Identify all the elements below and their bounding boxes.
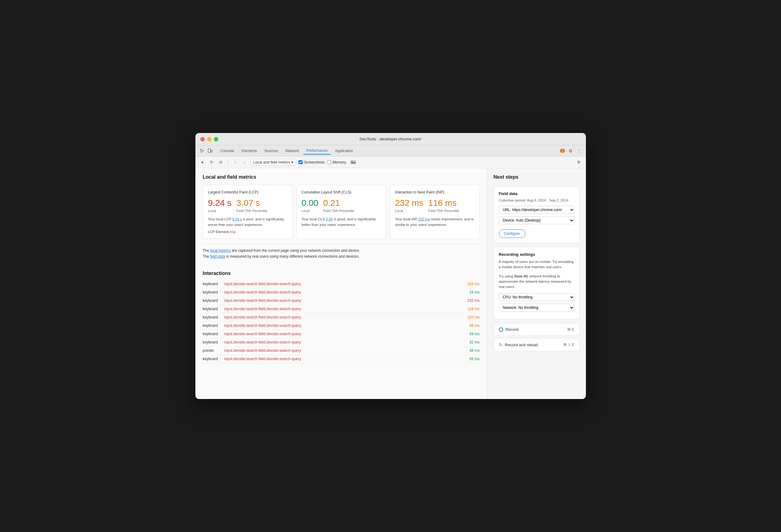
field-data-link[interactable]: field data xyxy=(210,254,225,259)
collection-period: Collection period: Aug 6, 2024 - Sep 2, … xyxy=(499,198,574,202)
interaction-link-4[interactable]: input.devsite-search-field.devsite-searc… xyxy=(224,315,463,319)
field-data-card: Field data Collection period: Aug 6, 202… xyxy=(494,186,580,243)
device-select[interactable]: Device: Auto (Desktop) xyxy=(499,216,574,224)
record-button[interactable]: ● xyxy=(199,159,206,166)
lcp-card: Largest Contentful Paint (LCP) 9.24 s Lo… xyxy=(203,185,293,239)
url-select-row: URL: https://developer.chrome.com/ xyxy=(499,206,574,214)
screenshots-label[interactable]: Screenshots xyxy=(304,160,325,165)
lcp-field: 3.07 s Field 75th Percentile xyxy=(237,198,267,213)
interaction-row: keyboard input.devsite-search-field.devs… xyxy=(203,330,480,338)
interaction-time-0: 104 ms xyxy=(467,282,480,286)
lcp-local: 9.24 s Local xyxy=(208,198,232,213)
interaction-link-0[interactable]: input.devsite-search-field.devsite-searc… xyxy=(224,282,463,286)
field-data-title: Field data xyxy=(499,191,574,196)
interaction-time-2: 232 ms xyxy=(467,298,480,303)
cls-title: Cumulative Layout Shift (CLS) xyxy=(301,190,381,194)
memory-checkbox[interactable] xyxy=(327,160,331,164)
settings-icon[interactable]: ⚙ xyxy=(568,148,574,154)
local-metrics-link[interactable]: local metrics xyxy=(210,249,231,253)
tab-console[interactable]: Console xyxy=(218,147,237,154)
interaction-link-7[interactable]: input.devsite-search-field.devsite-searc… xyxy=(224,340,464,344)
inp-card: Interaction to Next Paint (INP) 232 ms L… xyxy=(390,185,480,239)
interaction-row: keyboard input.devsite-search-field.devs… xyxy=(203,305,480,313)
info-text: The local metrics are captured from the … xyxy=(203,244,480,263)
interaction-time-3: 128 ms xyxy=(467,307,480,311)
traffic-lights xyxy=(200,137,218,141)
screenshots-checkbox[interactable] xyxy=(298,160,302,164)
record-section[interactable]: Record ⌘ E xyxy=(494,323,580,336)
toolbar-right: ⚙ xyxy=(575,159,582,166)
cls-field-label: Field 75th Percentile xyxy=(323,209,354,213)
record-reload-section[interactable]: ↻ Record and reload ⌘ ⇧ E xyxy=(494,338,580,351)
upload-button[interactable]: ↑ xyxy=(232,159,239,166)
interaction-time-9: 56 ms xyxy=(469,357,480,361)
inp-title: Interaction to Next Paint (INP) xyxy=(395,190,475,194)
minimize-button[interactable] xyxy=(207,137,211,141)
interaction-type-6: keyboard xyxy=(203,332,224,336)
inp-local: 232 ms Local xyxy=(395,198,423,213)
separator-1 xyxy=(228,160,229,165)
lcp-local-value: 9.24 s xyxy=(208,198,232,208)
inp-desc: Your local INP 232 ms needs improvement,… xyxy=(395,217,475,227)
tab-network[interactable]: Network xyxy=(282,147,302,154)
url-select[interactable]: URL: https://developer.chrome.com/ xyxy=(499,206,574,214)
refresh-button[interactable]: ↻ xyxy=(208,159,215,166)
interaction-link-5[interactable]: input.devsite-search-field.devsite-searc… xyxy=(224,323,464,328)
clear-button[interactable]: ⊘ xyxy=(218,159,224,166)
memory-extra-icon[interactable] xyxy=(350,159,357,166)
network-throttle-select[interactable]: Network: No throttling xyxy=(499,304,574,312)
tab-performance[interactable]: Performance xyxy=(303,147,331,154)
interaction-type-2: keyboard xyxy=(203,298,224,303)
record-left: Record xyxy=(499,327,519,332)
interaction-time-7: 32 ms xyxy=(469,340,480,344)
record-reload-left: ↻ Record and reload xyxy=(499,342,538,347)
cls-local-label: Local xyxy=(301,209,319,213)
memory-label[interactable]: Memory xyxy=(333,160,346,165)
interaction-link-3[interactable]: input.devsite-search-field.devsite-searc… xyxy=(224,307,463,311)
record-reload-label: Record and reload xyxy=(505,343,538,347)
lcp-values: 9.24 s Local 3.07 s Field 75th Percentil… xyxy=(208,198,287,213)
interaction-time-1: 16 ms xyxy=(469,290,480,295)
interaction-row: keyboard input.devsite-search-field.devs… xyxy=(203,280,480,288)
interaction-row: keyboard input.devsite-search-field.devs… xyxy=(203,355,480,363)
cursor-icon[interactable] xyxy=(199,148,205,154)
toolbar: ● ↻ ⊘ ↑ ↓ Local and field metrics ▾ Scre… xyxy=(195,157,586,168)
tab-application[interactable]: Application xyxy=(332,147,356,154)
svg-rect-4 xyxy=(353,162,354,163)
more-icon[interactable]: ⋮ xyxy=(577,148,582,154)
interaction-type-4: keyboard xyxy=(203,315,224,319)
interaction-type-1: keyboard xyxy=(203,290,224,295)
interaction-type-5: keyboard xyxy=(203,323,224,328)
interaction-type-7: keyboard xyxy=(203,340,224,344)
tab-sources[interactable]: Sources xyxy=(261,147,281,154)
tab-elements[interactable]: Elements xyxy=(239,147,260,154)
interaction-link-6[interactable]: input.devsite-search-field.devsite-searc… xyxy=(224,332,464,336)
gear-icon[interactable]: ⚙ xyxy=(575,159,582,166)
interaction-link-9[interactable]: input.devsite-search-field.devsite-searc… xyxy=(224,357,464,361)
main-content: Local and field metrics Largest Contentf… xyxy=(195,168,586,399)
download-button[interactable]: ↓ xyxy=(241,159,248,166)
record-reload-shortcut: ⌘ ⇧ E xyxy=(563,343,574,347)
cls-values: 0.00 Local 0.21 Field 75th Percentile xyxy=(301,198,381,213)
devtools-window: DevTools - developer.chrome.com/ Console… xyxy=(195,133,586,399)
interaction-link-8[interactable]: input.devsite-search-field.devsite-searc… xyxy=(224,348,464,353)
info-line-1: The local metrics are captured from the … xyxy=(203,248,480,254)
interaction-row: keyboard input.devsite-search-field.devs… xyxy=(203,297,480,305)
inp-local-label: Local xyxy=(395,209,423,213)
view-dropdown[interactable]: Local and field metrics ▾ xyxy=(251,159,296,166)
inp-field-label: Field 75th Percentile xyxy=(428,209,459,213)
maximize-button[interactable] xyxy=(214,137,218,141)
rec-settings-desc-2: Try using Slow 4G network throttling to … xyxy=(499,274,574,290)
cpu-throttle-select[interactable]: CPU: No throttling xyxy=(499,293,574,301)
inp-field: 116 ms Field 75th Percentile xyxy=(428,198,459,213)
configure-button[interactable]: Configure xyxy=(499,229,525,238)
svg-rect-1 xyxy=(211,150,212,152)
interaction-link-2[interactable]: input.devsite-search-field.devsite-searc… xyxy=(224,298,463,303)
tab-right-actions: 1 ⚙ ⋮ xyxy=(560,148,582,154)
interaction-link-1[interactable]: input.devsite-search-field.devsite-searc… xyxy=(224,290,464,295)
lcp-element: LCP Element img xyxy=(208,230,287,234)
inp-field-value: 116 ms xyxy=(428,198,459,208)
info-line-2: The field data is measured by real users… xyxy=(203,254,480,260)
device-icon[interactable] xyxy=(207,148,213,154)
close-button[interactable] xyxy=(200,137,205,141)
